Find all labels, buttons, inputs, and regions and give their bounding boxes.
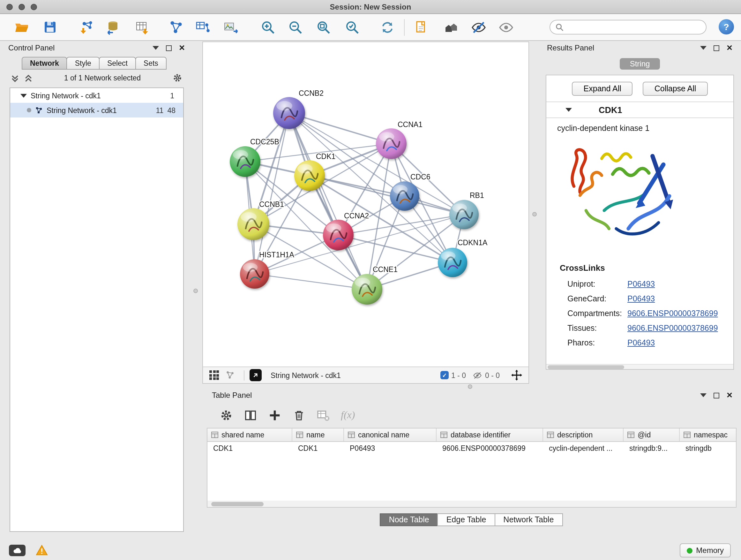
zoom-in-icon[interactable]	[259, 18, 278, 37]
hidden-eye-icon[interactable]	[472, 371, 482, 380]
import-table-icon[interactable]	[133, 18, 152, 37]
network-edge[interactable]	[289, 113, 391, 144]
copy-document-icon[interactable]	[412, 18, 431, 37]
collapse-section-icon[interactable]	[565, 108, 572, 115]
close-panel-icon[interactable]	[179, 44, 185, 52]
table-cell[interactable]: cyclin-dependent ...	[543, 442, 623, 455]
export-image-icon[interactable]	[221, 18, 241, 37]
tab-select[interactable]: Select	[99, 57, 136, 70]
memory-button[interactable]: Memory	[679, 543, 731, 557]
table-cell[interactable]: 9606.ENSP00000378699	[436, 442, 543, 455]
function-builder-icon[interactable]: f(x)	[341, 409, 355, 421]
network-row-selected[interactable]: String Network - cdk1 11 48	[10, 103, 183, 118]
maximize-panel-icon[interactable]	[714, 45, 719, 51]
open-session-icon[interactable]	[12, 18, 31, 37]
open-in-new-icon[interactable]	[250, 369, 262, 381]
delete-column-trash-icon[interactable]	[292, 408, 306, 422]
network-edge[interactable]	[289, 113, 367, 289]
network-node-hist1h1a[interactable]	[240, 259, 269, 289]
show-columns-icon[interactable]	[244, 408, 257, 422]
crosslink-link[interactable]: 9606.ENSP00000378699	[627, 309, 733, 318]
tab-node-table[interactable]: Node Table	[380, 513, 438, 526]
splitter-handle[interactable]	[468, 384, 472, 389]
network-node-cdc6[interactable]	[390, 181, 419, 211]
first-neighbors-icon[interactable]	[441, 18, 460, 37]
cloud-icon[interactable]	[9, 545, 25, 556]
network-edge[interactable]	[255, 113, 289, 274]
column-header-shared-name[interactable]: shared name	[207, 428, 292, 441]
help-icon[interactable]	[719, 19, 734, 35]
add-column-icon[interactable]	[268, 408, 281, 422]
gene-section-header[interactable]: CDK1	[546, 102, 733, 118]
show-all-icon[interactable]	[496, 18, 516, 37]
expand-all-button[interactable]: Expand All	[572, 82, 633, 96]
crosslink-link[interactable]: P06493	[627, 294, 733, 303]
table-cell[interactable]: stringdb	[680, 442, 737, 455]
collapse-all-icon[interactable]	[24, 74, 32, 82]
search-input[interactable]	[567, 23, 701, 31]
network-node-cdk1[interactable]	[294, 160, 325, 191]
collapse-all-button[interactable]: Collapse All	[643, 82, 708, 96]
zoom-out-icon[interactable]	[286, 18, 305, 37]
float-panel-icon[interactable]	[700, 393, 706, 400]
network-node-rb1[interactable]	[449, 200, 479, 229]
network-node-ccna2[interactable]	[323, 220, 354, 250]
collection-caret-icon[interactable]	[20, 94, 27, 101]
crosslink-link[interactable]: P06493	[627, 279, 733, 288]
import-network-database-icon[interactable]	[104, 18, 123, 37]
minimize-window-button[interactable]	[18, 4, 25, 10]
float-panel-icon[interactable]	[152, 46, 159, 53]
network-node-cdc25b[interactable]	[230, 146, 260, 177]
maximize-panel-icon[interactable]	[166, 45, 172, 51]
column-header-name[interactable]: name	[292, 428, 344, 441]
table-cell[interactable]: stringdb:9...	[623, 442, 680, 455]
save-session-icon[interactable]	[41, 18, 60, 37]
network-edge[interactable]	[255, 274, 367, 289]
network-node-cdkn1a[interactable]	[438, 248, 467, 277]
column-header-canonical-name[interactable]: canonical name	[344, 428, 436, 441]
birdseye-grid-icon[interactable]	[209, 370, 219, 380]
close-panel-icon[interactable]	[726, 391, 733, 400]
refresh-layout-icon[interactable]	[378, 18, 397, 37]
hide-selected-icon[interactable]	[469, 18, 488, 37]
pan-crosshair-icon[interactable]	[511, 370, 522, 381]
network-node-ccnb1[interactable]	[238, 208, 269, 240]
tab-edge-table[interactable]: Edge Table	[437, 513, 495, 526]
float-panel-icon[interactable]	[700, 46, 706, 53]
expand-all-icon[interactable]	[11, 74, 19, 82]
tab-network[interactable]: Network	[22, 57, 67, 70]
table-row[interactable]: CDK1CDK1P064939606.ENSP00000378699cyclin…	[207, 442, 736, 455]
zoom-fit-icon[interactable]	[314, 18, 333, 37]
maximize-window-button[interactable]	[30, 4, 37, 10]
new-network-icon[interactable]	[166, 18, 186, 37]
table-cell[interactable]: CDK1	[292, 442, 344, 455]
warning-icon[interactable]	[36, 545, 48, 558]
network-edge[interactable]	[310, 176, 464, 214]
column-header-description[interactable]: description	[543, 428, 623, 441]
tab-string[interactable]: String	[620, 58, 660, 70]
network-collection-row[interactable]: String Network - cdk1 1	[10, 88, 183, 103]
crosslink-link[interactable]: 9606.ENSP00000378699	[627, 323, 733, 332]
results-horizontal-scrollbar[interactable]	[546, 364, 733, 369]
network-node-ccnb2[interactable]	[273, 97, 305, 129]
crosslink-link[interactable]: P06493	[627, 338, 733, 347]
close-window-button[interactable]	[6, 4, 13, 10]
maximize-panel-icon[interactable]	[714, 392, 719, 398]
gear-icon[interactable]	[172, 73, 183, 83]
splitter-handle[interactable]	[193, 289, 198, 293]
delete-table-icon[interactable]	[317, 408, 330, 422]
tab-network-table[interactable]: Network Table	[494, 513, 562, 526]
network-overview-icon[interactable]	[225, 370, 235, 380]
column-header--id[interactable]: @id	[623, 428, 680, 441]
close-panel-icon[interactable]	[726, 44, 733, 52]
table-cell[interactable]: P06493	[344, 442, 436, 455]
zoom-selected-icon[interactable]	[343, 18, 362, 37]
splitter-handle[interactable]	[532, 212, 537, 216]
table-horizontal-scrollbar[interactable]	[207, 501, 736, 507]
table-settings-gear-icon[interactable]	[219, 408, 233, 422]
network-node-ccna1[interactable]	[376, 128, 407, 159]
network-canvas[interactable]: CCNB2CCNA1CDC25BCDK1CDC6RB1CCNB1CCNA2CDK…	[203, 42, 529, 367]
column-header-database-identifier[interactable]: database identifier	[436, 428, 543, 441]
network-table-icon[interactable]	[193, 18, 212, 37]
tab-style[interactable]: Style	[67, 57, 99, 70]
